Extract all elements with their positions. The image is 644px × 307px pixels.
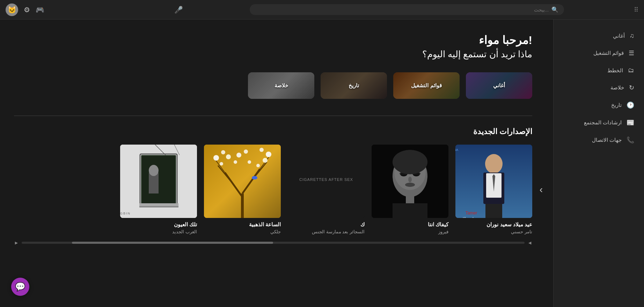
album-card-1[interactable]: Tamer يابنت الإيه ROTANA عيد ميلاد سعيد … [455,145,532,234]
album-card-4[interactable]: الساعة الذهبية جلكي [204,145,281,234]
sidebar: ♫ أغاني ☰ قوائم التشغيل 🗂 الخطط ↻ خلاصة … [553,20,644,307]
svg-point-53 [149,165,159,176]
album-card-2[interactable]: كيفاك انتا فيروز [372,145,448,234]
quick-card-playlists[interactable]: قوائم التشغيل [393,72,460,99]
svg-text:Tamer: Tamer [466,211,477,215]
sidebar-item-summary[interactable]: ↻ خلاصة [554,80,644,96]
main-layout: ♫ أغاني ☰ قوائم التشغيل 🗂 الخطط ↻ خلاصة … [0,20,644,307]
new-releases-title: الإصدارات الجديدة [14,127,532,136]
quick-card-history-label: تاريخ [349,82,359,89]
gamepad-button[interactable]: 🎮 [36,6,44,14]
content-area: !مرحبا مواء ماذا تريد أن تستمع إليه اليو… [0,20,553,307]
album-artist-4: جلكي [204,229,281,234]
phone-icon: 📞 [627,136,634,144]
quick-nav: أغاني قوائم التشغيل تاريخ خلاصة [14,72,532,99]
svg-point-38 [263,158,268,163]
svg-point-36 [266,152,271,157]
quick-card-summary-label: خلاصة [275,82,288,89]
grid-icon: 🗂 [628,67,634,74]
svg-text:KHRUANGBIN: KHRUANGBIN [120,212,131,215]
sidebar-label-contact: جهات الاتصال [592,137,622,143]
album-title-2: كيفاك انتا [372,221,448,228]
search-icon: 🔍 [551,6,558,13]
svg-text:ROTANA: ROTANA [455,148,458,152]
svg-point-46 [255,176,257,178]
welcome-subtitle: ماذا تريد أن تستمع إليه اليوم؟ [14,49,532,60]
next-arrow-button[interactable]: › [540,184,543,195]
album-title-3: ك [288,221,365,228]
sidebar-item-playlists[interactable]: ☰ قوائم التشغيل [554,45,644,61]
svg-point-32 [213,155,219,161]
svg-point-34 [226,154,231,159]
topbar-right: 🎮 ⚙ 🐱 [6,3,44,16]
album-cover-4 [204,145,281,218]
chat-icon: 💬 [15,282,25,292]
scroll-track[interactable] [22,242,525,244]
svg-rect-54 [139,203,178,206]
sidebar-label-playlists: قوائم التشغيل [593,50,624,56]
sidebar-label-community: ارشادات المجتمع [584,119,622,126]
music-icon: ♫ [630,32,635,39]
svg-text:يابنت الإيه: يابنت الإيه [460,217,475,218]
cover-art-2 [372,145,448,218]
scroll-left-button[interactable]: ◄ [527,240,532,246]
section-divider [14,116,532,116]
sidebar-item-history[interactable]: 🕑 تاريخ [554,97,644,113]
svg-point-42 [234,160,237,164]
album-artist-1: تامر حسني [455,229,532,234]
svg-point-1 [485,154,503,174]
album-cover-5: KHRUANGBIN [120,145,197,218]
mic-button[interactable]: 🎤 [174,6,183,14]
svg-point-41 [244,149,248,154]
sidebar-item-plans[interactable]: 🗂 الخطط [554,63,644,78]
svg-rect-21 [372,145,448,218]
cover-art-5: KHRUANGBIN [120,145,197,218]
album-cover-3: CIGARETTES AFTER SEX [288,145,365,218]
album-cover-2 [372,145,448,218]
album-artist-3: السجائر بعد ممارسة الجنس [288,229,365,234]
album-cover-1: Tamer يابنت الإيه ROTANA [455,145,532,218]
settings-button[interactable]: ⚙ [24,6,30,14]
svg-rect-55 [139,206,178,207]
quick-card-playlists-label: قوائم التشغيل [411,82,441,89]
albums-row: Tamer يابنت الإيه ROTANA عيد ميلاد سعيد … [14,145,532,234]
chat-button[interactable]: 💬 [11,278,29,296]
album-title-1: عيد ميلاد سعيد نوران [455,221,532,228]
search-input[interactable] [255,7,549,13]
svg-text:CIGARETTES AFTER SEX: CIGARETTES AFTER SEX [299,177,353,182]
search-container: 🔍 [250,4,564,15]
drag-icon: ⠿ [634,6,638,14]
sidebar-label-plans: الخطط [607,67,623,74]
svg-point-37 [259,148,264,152]
cover-art-4 [204,145,281,218]
scroll-thumb [72,242,273,244]
sidebar-item-songs[interactable]: ♫ أغاني [554,28,644,44]
refresh-icon: ↻ [629,84,634,92]
topbar: ⠿ 🔍 🎤 🎮 ⚙ 🐱 [0,0,644,20]
svg-point-43 [248,160,251,164]
newspaper-icon: 📰 [627,119,634,126]
album-card-5[interactable]: KHRUANGBIN تلك العيون الغرب الجديد [120,145,197,234]
album-artist-5: الغرب الجديد [120,229,197,234]
sidebar-label-summary: خلاصة [610,85,624,91]
svg-point-35 [220,162,223,166]
svg-point-33 [221,150,225,154]
quick-card-summary[interactable]: خلاصة [248,72,314,99]
avatar[interactable]: 🐱 [6,3,18,16]
sidebar-item-community[interactable]: 📰 ارشادات المجتمع [554,115,644,131]
clock-icon: 🕑 [627,101,634,109]
list-icon: ☰ [629,49,634,57]
quick-card-history[interactable]: تاريخ [321,72,387,99]
album-card-3[interactable]: CIGARETTES AFTER SEX ك السجائر بعد ممارس… [288,145,365,234]
sidebar-item-contact[interactable]: 📞 جهات الاتصال [554,132,644,148]
svg-point-40 [236,153,241,158]
quick-card-songs-label: أغاني [493,82,505,89]
cover-art-1: Tamer يابنت الإيه ROTANA [455,145,532,218]
scroll-right-button[interactable]: ► [14,240,19,246]
svg-point-39 [256,164,260,167]
cover-art-3: CIGARETTES AFTER SEX [288,145,365,218]
quick-card-songs[interactable]: أغاني [466,72,532,99]
album-artist-2: فيروز [372,229,448,234]
sidebar-label-songs: أغاني [613,33,625,39]
svg-rect-5 [485,204,502,218]
